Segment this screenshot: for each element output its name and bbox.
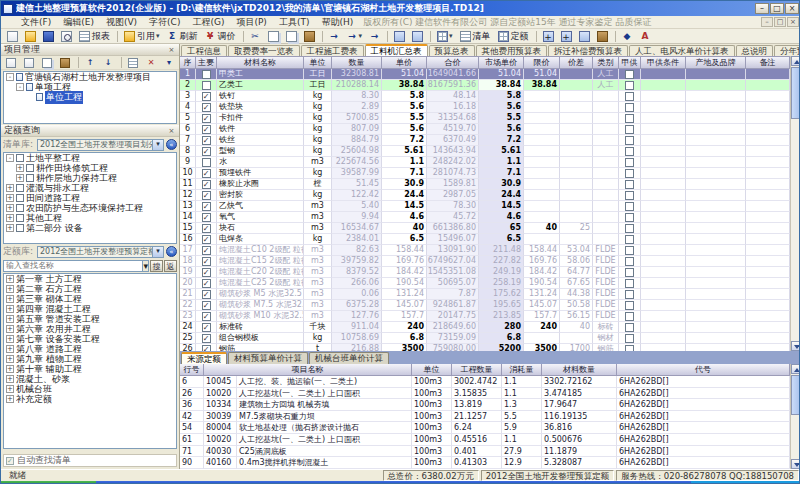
expander-icon[interactable]: + xyxy=(6,395,14,403)
expander-icon[interactable]: + xyxy=(6,325,14,333)
expander-icon[interactable]: - xyxy=(6,154,14,162)
table-row[interactable]: 90401600.4m3搅拌机拌制混凝土100m30.4130312.95.32… xyxy=(180,457,790,469)
table-row[interactable]: 8✓型钢kg25604.985.61143643.945.61 xyxy=(180,146,790,157)
table-row[interactable]: 4✓铁垫块kg2.895.616.185.6 xyxy=(180,102,790,113)
toolbar-adjust-price-button[interactable]: ¥调价 xyxy=(202,30,239,43)
table-row[interactable]: 10✓预埋铁件kg39587.997.1281074.737.1 xyxy=(180,168,790,179)
row-checkbox[interactable]: ✓ xyxy=(202,301,211,310)
row-checkbox[interactable] xyxy=(625,92,634,101)
scroll-thumb[interactable] xyxy=(791,375,800,415)
table-row[interactable]: 17✓纯混凝土C10 2级配 粒径40 水m382.63158.4413091.… xyxy=(180,245,790,256)
row-checkbox[interactable]: ✓ xyxy=(202,103,211,112)
main-table-scrollbar[interactable] xyxy=(790,56,800,351)
tab-item[interactable]: 工程施工费表 xyxy=(301,45,364,56)
expander-icon[interactable]: + xyxy=(6,345,14,353)
expander-icon[interactable]: + xyxy=(16,174,24,182)
toolbar-expand-left-button[interactable]: + xyxy=(540,30,557,43)
row-checkbox[interactable]: ✓ xyxy=(202,114,211,123)
expander-icon[interactable]: + xyxy=(6,204,14,212)
collapse-button[interactable]: « xyxy=(166,139,177,150)
toolbar-lock-button[interactable] xyxy=(594,30,611,43)
collapse-button[interactable]: « xyxy=(166,246,177,257)
close-icon[interactable]: × xyxy=(167,45,176,54)
project-move-down-button[interactable]: ↓ xyxy=(100,56,117,69)
row-checkbox[interactable]: ✓ xyxy=(202,290,211,299)
menu-item[interactable]: 工具(T) xyxy=(273,16,316,29)
tree-checkbox[interactable] xyxy=(16,204,24,212)
toolbar-preview-button[interactable] xyxy=(58,30,75,43)
close-icon[interactable]: × xyxy=(167,126,176,135)
expander-icon[interactable]: + xyxy=(6,365,14,373)
toolbar-expand-right-button[interactable]: + xyxy=(558,30,575,43)
row-checkbox[interactable]: ✓ xyxy=(202,334,211,343)
chevron-down-icon[interactable]: ▾ xyxy=(152,247,163,257)
scroll-thumb[interactable] xyxy=(791,67,800,119)
row-checkbox[interactable] xyxy=(625,103,634,112)
tree-checkbox[interactable] xyxy=(16,214,24,222)
mdi-close-button[interactable]: × xyxy=(787,17,799,27)
scroll-down-icon[interactable] xyxy=(791,341,800,351)
row-checkbox[interactable] xyxy=(625,158,634,167)
row-checkbox[interactable]: ✓ xyxy=(202,323,211,332)
menu-item[interactable]: 视图(V) xyxy=(100,16,143,29)
btab-item[interactable]: 来源定额 xyxy=(181,352,227,364)
row-checkbox[interactable]: ✓ xyxy=(202,268,211,277)
table-row[interactable]: 610045人工挖、装、抛运输(一、二类土)100m33002.47421.13… xyxy=(180,376,790,388)
menu-item[interactable]: 字符(C) xyxy=(143,16,186,29)
mdi-restore-button[interactable]: □ xyxy=(774,17,786,27)
toolbar-level-button[interactable] xyxy=(576,30,593,43)
tab-item[interactable]: 其他费用预算表 xyxy=(476,45,548,56)
toolbar-split-v-button[interactable] xyxy=(409,30,426,43)
row-checkbox[interactable]: ✓ xyxy=(202,235,211,244)
chapter-tree-item[interactable]: +补充定额 xyxy=(4,394,176,404)
table-row[interactable]: 16✓电焊条kg2384.016.515496.076.5 xyxy=(180,234,790,245)
toolbar-split-h-button[interactable] xyxy=(391,30,408,43)
tree-checkbox[interactable] xyxy=(26,164,34,172)
project-delete-node-button[interactable]: ✕ xyxy=(143,56,160,69)
expander-icon[interactable]: + xyxy=(6,214,14,222)
row-checkbox[interactable] xyxy=(625,70,634,79)
table-row[interactable]: 1甲类工工日32308.8151.041649041.6651.0451.04人… xyxy=(180,69,790,80)
table-row[interactable]: 21✓砌筑砂浆 M5 水泥32.5m30.06131.247.87175.621… xyxy=(180,289,790,300)
search-input[interactable] xyxy=(3,260,143,272)
chevron-down-icon[interactable]: ▾ xyxy=(152,140,163,150)
row-checkbox[interactable]: ✓ xyxy=(202,147,211,156)
table-row[interactable]: 2610020人工挖基坑(一、二类土) 上口面积100m33.158351.13… xyxy=(180,388,790,400)
project-paste-node-button[interactable] xyxy=(57,56,74,69)
expander-icon[interactable]: + xyxy=(6,385,14,393)
table-row[interactable]: 13✓乙炔气m35.4014.578.3014.5 xyxy=(180,201,790,212)
expander-icon[interactable]: + xyxy=(6,335,14,343)
toolbar-fill-color-button[interactable]: ◆ xyxy=(619,30,636,43)
toolbar-new-button[interactable] xyxy=(4,30,21,43)
window-close-button[interactable]: × xyxy=(785,3,799,14)
row-checkbox[interactable]: ✓ xyxy=(202,136,211,145)
table-row[interactable]: 11✓橡胶止水圈樘51.4530.91589.8130.9 xyxy=(180,179,790,190)
toolbar-copy-sheet-button[interactable] xyxy=(283,30,300,43)
toolbar-paste-button[interactable] xyxy=(301,30,318,43)
table-row[interactable]: 23✓砌筑砂浆 M10 水泥32.5m3127.76157.720147.752… xyxy=(180,311,790,322)
row-checkbox[interactable]: ✓ xyxy=(202,224,211,233)
row-checkbox[interactable]: ✓ xyxy=(202,257,211,266)
table-row[interactable]: 6110020人工挖基坑(一、二类土) 上口面积100m30.455161.10… xyxy=(180,434,790,446)
table-row[interactable]: 12✓密封胶kg122.4224.42987.0524.4 xyxy=(180,190,790,201)
scroll-down-icon[interactable] xyxy=(791,459,800,469)
project-tree-item[interactable]: -单项工程 xyxy=(4,82,176,92)
toolbar-insert-child-button[interactable]: →▾ xyxy=(344,30,366,43)
project-add-node-button[interactable] xyxy=(3,56,20,69)
project-duplicate-node-button[interactable] xyxy=(39,56,56,69)
menu-item[interactable]: 文件(F) xyxy=(15,16,57,29)
row-checkbox[interactable] xyxy=(625,312,634,321)
btab-item[interactable]: 材料预算单价计算 xyxy=(228,352,308,364)
expander-icon[interactable]: - xyxy=(16,83,24,91)
tree-checkbox[interactable] xyxy=(16,194,24,202)
table-row[interactable]: 7140030C25涵洞底板100m30.40127.911.18796HA26… xyxy=(180,446,790,458)
toolbar-reference-button[interactable]: 引用▾ xyxy=(121,30,163,43)
expander-icon[interactable]: + xyxy=(6,184,14,192)
search-button[interactable]: 搜 xyxy=(150,260,163,272)
btab-item[interactable]: 机械台班单价计算 xyxy=(309,352,389,364)
row-checkbox[interactable] xyxy=(625,268,634,277)
expander-icon[interactable]: + xyxy=(6,305,14,313)
row-checkbox[interactable] xyxy=(625,202,634,211)
table-row[interactable]: 9水m3225674.561.1248242.021.1 xyxy=(180,157,790,168)
project-move-up-button[interactable]: ↑ xyxy=(82,56,99,69)
